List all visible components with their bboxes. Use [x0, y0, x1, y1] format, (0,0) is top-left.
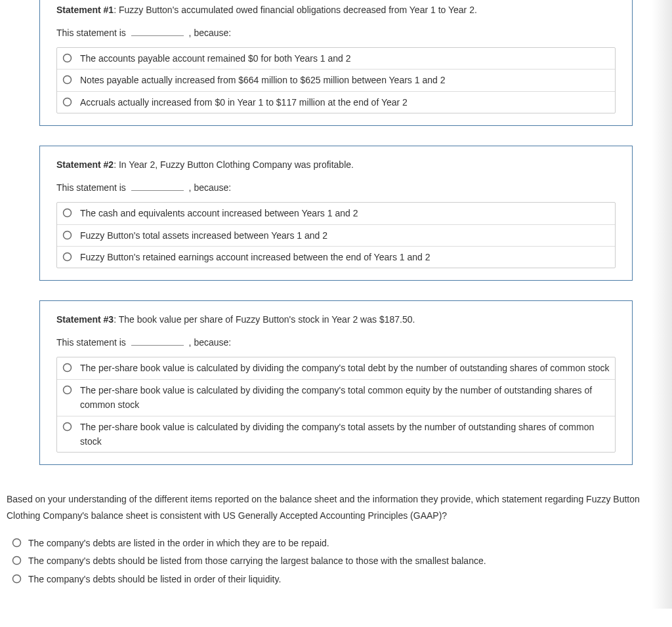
option-text: The company's debts should be listed fro… [28, 554, 665, 569]
blank-input[interactable] [131, 35, 184, 36]
statement-text: : In Year 2, Fuzzy Button Clothing Compa… [114, 159, 354, 170]
options-list-2: The cash and equivalents account increas… [56, 202, 616, 268]
statement-text: : The book value per share of Fuzzy Butt… [114, 314, 415, 325]
svg-point-4 [64, 231, 72, 239]
svg-point-11 [13, 575, 21, 583]
statement-label: Statement #3 [56, 314, 114, 325]
option-text: The per-share book value is calculated b… [80, 383, 610, 413]
blank-input[interactable] [131, 190, 184, 191]
option-row[interactable]: The cash and equivalents account increas… [57, 203, 615, 224]
option-text: The company's debts are listed in the or… [28, 536, 665, 552]
gaap-options: The company's debts are listed in the or… [0, 531, 672, 596]
options-list-1: The accounts payable account remained $0… [56, 47, 616, 113]
radio-icon[interactable] [12, 538, 22, 548]
svg-point-0 [64, 54, 72, 62]
radio-icon[interactable] [12, 556, 22, 565]
svg-point-2 [64, 98, 72, 106]
option-row[interactable]: Accruals actually increased from $0 in Y… [57, 92, 615, 113]
prompt-line-2: This statement is , because: [56, 182, 616, 193]
option-text: Notes payable actually increased from $6… [80, 73, 610, 87]
prompt-suffix: , because: [189, 28, 232, 38]
option-text: Fuzzy Button's total assets increased be… [80, 228, 610, 243]
radio-icon[interactable] [62, 53, 72, 63]
svg-point-6 [64, 364, 72, 372]
statement-label: Statement #1 [56, 5, 114, 15]
option-row[interactable]: The company's debts should be listed fro… [12, 552, 665, 571]
option-text: Fuzzy Button's retained earnings account… [80, 250, 610, 264]
option-row[interactable]: The accounts payable account remained $0… [57, 48, 615, 70]
svg-point-3 [64, 209, 72, 217]
option-row[interactable]: The company's debts are listed in the or… [12, 535, 665, 553]
prompt-line-3: This statement is , because: [56, 337, 616, 348]
option-row[interactable]: Fuzzy Button's total assets increased be… [57, 225, 615, 247]
radio-icon[interactable] [62, 208, 72, 218]
svg-point-7 [64, 386, 72, 394]
option-row[interactable]: The company's debts should be listed in … [12, 571, 665, 589]
statement-label: Statement #2 [56, 159, 114, 170]
prompt-prefix: This statement is [56, 337, 126, 348]
options-list-3: The per-share book value is calculated b… [56, 357, 616, 453]
option-row[interactable]: Fuzzy Button's retained earnings account… [57, 247, 615, 268]
statement-text: : Fuzzy Button's accumulated owed financ… [114, 5, 477, 15]
statement-box-2: Statement #2: In Year 2, Fuzzy Button Cl… [39, 146, 633, 281]
radio-icon[interactable] [62, 422, 72, 432]
svg-point-5 [64, 253, 72, 260]
option-text: The cash and equivalents account increas… [80, 206, 610, 220]
option-text: The accounts payable account remained $0… [80, 51, 610, 66]
statement-header-2: Statement #2: In Year 2, Fuzzy Button Cl… [56, 158, 616, 172]
option-text: The company's debts should be listed in … [28, 572, 665, 588]
option-text: The per-share book value is calculated b… [80, 361, 610, 375]
radio-icon[interactable] [62, 97, 72, 107]
svg-point-8 [64, 422, 72, 430]
statement-header-3: Statement #3: The book value per share o… [56, 313, 616, 327]
option-row[interactable]: Notes payable actually increased from $6… [57, 70, 615, 91]
svg-point-10 [13, 557, 21, 565]
statement-box-1: Statement #1: Fuzzy Button's accumulated… [39, 0, 633, 126]
prompt-prefix: This statement is [56, 28, 126, 38]
prompt-prefix: This statement is [56, 182, 126, 193]
statement-header-1: Statement #1: Fuzzy Button's accumulated… [56, 3, 616, 17]
radio-icon[interactable] [62, 363, 72, 373]
radio-icon[interactable] [62, 252, 72, 262]
svg-point-9 [13, 538, 21, 546]
option-row[interactable]: The per-share book value is calculated b… [57, 357, 615, 379]
option-text: The per-share book value is calculated b… [80, 420, 610, 449]
radio-icon[interactable] [12, 574, 22, 584]
blank-input[interactable] [131, 345, 184, 346]
radio-icon[interactable] [62, 75, 72, 85]
prompt-suffix: , because: [189, 337, 232, 348]
gaap-question: Based on your understanding of the diffe… [0, 485, 672, 531]
option-row[interactable]: The per-share book value is calculated b… [57, 416, 615, 453]
radio-icon[interactable] [62, 230, 72, 240]
prompt-line-1: This statement is , because: [56, 28, 616, 38]
prompt-suffix: , because: [189, 182, 232, 193]
statement-box-3: Statement #3: The book value per share o… [39, 300, 633, 465]
svg-point-1 [64, 76, 72, 84]
option-row[interactable]: The per-share book value is calculated b… [57, 380, 615, 416]
radio-icon[interactable] [62, 385, 72, 395]
option-text: Accruals actually increased from $0 in Y… [80, 95, 610, 110]
